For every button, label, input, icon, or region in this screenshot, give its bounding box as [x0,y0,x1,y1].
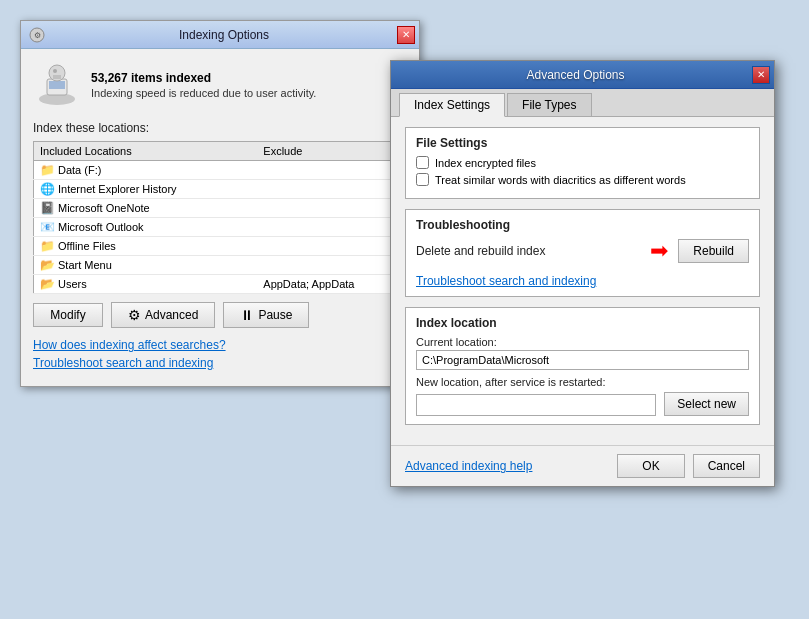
rebuild-row: Delete and rebuild index ➡ Rebuild [416,238,749,264]
how-indexing-link[interactable]: How does indexing affect searches? [33,338,407,352]
tab-file-types-label: File Types [522,98,576,112]
loc-name: Microsoft Outlook [58,221,144,233]
encrypt-checkbox[interactable] [416,156,429,169]
tab-file-types[interactable]: File Types [507,93,591,116]
rebuild-button[interactable]: Rebuild [678,239,749,263]
loc-exclude [257,180,406,199]
indexing-body: 53,267 items indexed Indexing speed is r… [21,49,419,386]
svg-text:⚙: ⚙ [34,31,41,40]
loc-icon: 📂 [40,258,55,272]
advanced-button[interactable]: ⚙ Advanced [111,302,215,328]
advanced-title-text: Advanced Options [399,68,752,82]
loc-exclude [257,218,406,237]
table-row: 🌐 Internet Explorer History [34,180,407,199]
modify-button[interactable]: Modify [33,303,103,327]
index-location-title: Index location [416,316,749,330]
new-location-label: New location, after service is restarted… [416,376,749,388]
tab-index-settings[interactable]: Index Settings [399,93,505,117]
select-new-button[interactable]: Select new [664,392,749,416]
indexing-info: 53,267 items indexed Indexing speed is r… [91,71,316,99]
loc-name: Data (F:) [58,164,101,176]
loc-icon: 📁 [40,163,55,177]
svg-rect-4 [49,81,65,89]
advanced-btn-label: Advanced [145,308,198,322]
index-location-section: Index location Current location: New loc… [405,307,760,425]
encrypt-label: Index encrypted files [435,157,536,169]
svg-point-6 [53,69,57,73]
loc-icon: 🌐 [40,182,55,196]
indexing-status-msg: Indexing speed is reduced due to user ac… [91,87,316,99]
current-location-input[interactable] [416,350,749,370]
troubleshooting-title: Troubleshooting [416,218,749,232]
advanced-body: File Settings Index encrypted files Trea… [391,117,774,445]
encrypt-checkbox-row: Index encrypted files [416,156,749,169]
loc-exclude [257,199,406,218]
advanced-btn-icon: ⚙ [128,307,141,323]
pause-btn-icon: ⏸ [240,307,254,323]
advanced-footer: Advanced indexing help OK Cancel [391,445,774,486]
indexing-close-btn[interactable]: ✕ [397,26,415,44]
new-location-row: Select new [416,392,749,416]
indexing-options-window: ⚙ Indexing Options ✕ 53,267 items indexe… [20,20,420,387]
rebuild-label: Delete and rebuild index [416,244,545,258]
indexing-status-icon [33,61,81,109]
loc-name: Offline Files [58,240,116,252]
loc-icon: 📂 [40,277,55,291]
troubleshoot-search-link[interactable]: Troubleshoot search and indexing [416,274,596,288]
loc-exclude [257,237,406,256]
diacritics-checkbox-row: Treat similar words with diacritics as d… [416,173,749,186]
footer-buttons: OK Cancel [617,454,760,478]
indexing-title-icon: ⚙ [29,27,45,43]
indexing-window-controls: ✕ [397,26,415,44]
loc-exclude [257,256,406,275]
advanced-window-controls: ✕ [752,66,770,84]
advanced-options-window: Advanced Options ✕ Index Settings File T… [390,60,775,487]
current-location-label: Current location: [416,336,749,348]
troubleshoot-indexing-link[interactable]: Troubleshoot search and indexing [33,356,407,370]
table-row: 📧 Microsoft Outlook [34,218,407,237]
loc-icon: 📁 [40,239,55,253]
diacritics-checkbox[interactable] [416,173,429,186]
file-settings-title: File Settings [416,136,749,150]
col-exclude-header: Exclude [257,142,406,161]
indexing-title-bar: ⚙ Indexing Options ✕ [21,21,419,49]
loc-name: Users [58,278,87,290]
advanced-tabs-bar: Index Settings File Types [391,89,774,117]
pause-button[interactable]: ⏸ Pause [223,302,309,328]
loc-name: Internet Explorer History [58,183,177,195]
loc-name: Microsoft OneNote [58,202,150,214]
indexing-title-text: Indexing Options [51,28,397,42]
loc-icon: 📧 [40,220,55,234]
cancel-button[interactable]: Cancel [693,454,760,478]
file-settings-group: File Settings Index encrypted files Trea… [405,127,760,199]
loc-name: Start Menu [58,259,112,271]
loc-icon: 📓 [40,201,55,215]
arrow-indicator: ➡ [650,238,668,264]
items-indexed-count: 53,267 items indexed [91,71,316,85]
ok-button[interactable]: OK [617,454,684,478]
locations-section-label: Index these locations: [33,121,407,135]
tab-index-settings-label: Index Settings [414,98,490,112]
rebuild-action: ➡ Rebuild [650,238,749,264]
svg-rect-7 [53,75,61,79]
locations-table: Included Locations Exclude 📁 Data (F:) 🌐… [33,141,407,294]
col-included-header: Included Locations [34,142,258,161]
diacritics-label: Treat similar words with diacritics as d… [435,174,686,186]
indexing-header: 53,267 items indexed Indexing speed is r… [33,61,407,109]
table-row: 📁 Offline Files [34,237,407,256]
new-location-input[interactable] [416,394,656,416]
troubleshooting-group: Troubleshooting Delete and rebuild index… [405,209,760,297]
loc-exclude [257,161,406,180]
table-row: 📂 Users AppData; AppData [34,275,407,294]
pause-btn-label: Pause [258,308,292,322]
loc-exclude: AppData; AppData [257,275,406,294]
advanced-indexing-help-link[interactable]: Advanced indexing help [405,459,532,473]
indexing-button-row: Modify ⚙ Advanced ⏸ Pause [33,302,407,328]
table-row: 📂 Start Menu [34,256,407,275]
advanced-title-bar: Advanced Options ✕ [391,61,774,89]
advanced-close-btn[interactable]: ✕ [752,66,770,84]
table-row: 📁 Data (F:) [34,161,407,180]
table-row: 📓 Microsoft OneNote [34,199,407,218]
